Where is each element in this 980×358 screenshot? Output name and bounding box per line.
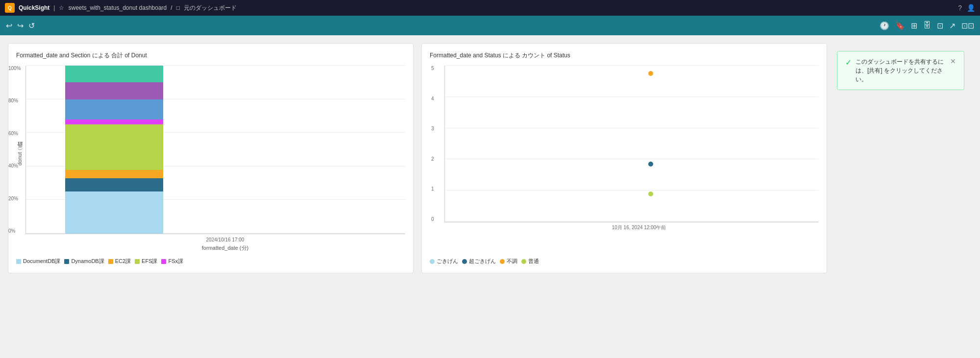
scatter-y-0: 0 bbox=[431, 216, 434, 222]
share-icon[interactable]: ↗ bbox=[949, 21, 956, 30]
y-tick-80: 80% bbox=[8, 98, 21, 103]
notification-close-button[interactable]: ✕ bbox=[950, 57, 956, 65]
legend-dot-fucho bbox=[500, 259, 505, 264]
y-tick-20: 20% bbox=[8, 196, 21, 201]
schedule-icon[interactable]: 🕐 bbox=[880, 21, 889, 30]
scatter-y-3: 3 bbox=[431, 126, 434, 131]
legend-item-documentdb: DocumentDB課 bbox=[16, 258, 60, 265]
chart-card-1: Formatted_date and Section による 合計 of Don… bbox=[8, 43, 414, 273]
legend-item-fsx: FSx課 bbox=[161, 258, 183, 265]
scatter-dot-cho-gokigen bbox=[648, 162, 653, 167]
bar-segment-b1 bbox=[65, 99, 163, 119]
refresh-button[interactable]: ↺ bbox=[28, 21, 35, 30]
scatter-y-5: 5 bbox=[431, 66, 434, 71]
bar-segment-b2 bbox=[65, 82, 163, 99]
notification-toast: ✓ このダッシュボードを共有するには、[共有] をクリックしてください。 ✕ bbox=[837, 51, 964, 90]
legend-label-fucho: 不調 bbox=[507, 258, 517, 265]
bar-segment-dynamodb bbox=[65, 178, 163, 191]
y-tick-40: 40% bbox=[8, 163, 21, 168]
toolbar: ↩ ↪ ↺ 🕐 🔖 ⊞ 🗄 ⊡ ↗ ⊡⊡ bbox=[0, 16, 980, 35]
scatter-y-4: 4 bbox=[431, 96, 434, 101]
y-tick-100: 100% bbox=[8, 66, 21, 71]
undo-button[interactable]: ↩ bbox=[6, 21, 12, 30]
user-icon[interactable]: 👤 bbox=[967, 4, 975, 12]
legend-label-cho-gokigen: 超ごきげん bbox=[469, 258, 496, 265]
x-axis-area: 2024/10/16 17:00 formatted_date (分) bbox=[45, 236, 405, 252]
main-content: Formatted_date and Section による 合計 of Don… bbox=[0, 35, 980, 281]
scatter-y-ticks: 0 1 2 3 4 5 bbox=[431, 66, 434, 222]
app-logo: Q bbox=[5, 3, 15, 13]
scatter-y-2: 2 bbox=[431, 156, 434, 162]
legend-item-dynamodb: DynamoDB課 bbox=[64, 258, 104, 265]
legend-dot-cho-gokigen bbox=[462, 259, 467, 264]
legend-dot-ec2 bbox=[108, 259, 113, 264]
bookmark-icon[interactable]: 🔖 bbox=[895, 21, 905, 30]
legend-dot-documentdb bbox=[16, 259, 21, 264]
chart-card-2: Formatted_date and Status による カウント of St… bbox=[421, 43, 827, 273]
chart1-x-date: 2024/10/16 17:00 bbox=[45, 237, 405, 242]
embed-icon[interactable]: ⊡ bbox=[937, 21, 943, 30]
legend-item-efs: EFS課 bbox=[135, 258, 157, 265]
redo-button[interactable]: ↪ bbox=[17, 21, 24, 30]
chart1-title: Formatted_date and Section による 合計 of Don… bbox=[16, 51, 405, 60]
right-panel: ✓ このダッシュボードを共有するには、[共有] をクリックしてください。 ✕ bbox=[835, 43, 972, 273]
scatter-y-1: 1 bbox=[431, 186, 434, 191]
scatter-grid-5 bbox=[445, 65, 819, 66]
breadcrumb-dashboard: sweets_with_status_donut dashboard bbox=[68, 4, 167, 11]
topbar-actions: ? 👤 bbox=[958, 4, 975, 12]
legend-item-fucho: 不調 bbox=[500, 258, 517, 265]
bar-chart-inner: 0% 20% 40% 60% 80% 100% bbox=[25, 66, 405, 252]
legend-dot-dynamodb bbox=[64, 259, 69, 264]
scatter-x-area: 10月 16, 2024 12:00午前 bbox=[444, 224, 819, 231]
more-icon[interactable]: ⊡⊡ bbox=[961, 21, 974, 30]
legend-label-futsuu: 普通 bbox=[528, 258, 539, 265]
breadcrumb-source[interactable]: 元のダッシュボード bbox=[184, 4, 237, 12]
legend-label-fsx: FSx課 bbox=[168, 258, 183, 265]
export-icon[interactable]: 🗄 bbox=[923, 21, 931, 30]
layout-icon[interactable]: ⊞ bbox=[911, 21, 917, 30]
breadcrumb-separator1: | bbox=[53, 4, 55, 11]
bar-chart-container: donut（合計） 0% 20% 40% 60% 80% 100% bbox=[16, 66, 405, 252]
scatter-chart-container: 0 1 2 3 4 5 bbox=[430, 66, 819, 252]
chart2-x-date: 10月 16, 2024 12:00午前 bbox=[459, 224, 819, 231]
legend-label-ec2: EC2課 bbox=[115, 258, 131, 265]
scatter-dot-fucho bbox=[648, 71, 653, 76]
bar-segment-ec2 bbox=[65, 170, 163, 178]
breadcrumb-icon: □ bbox=[176, 4, 180, 11]
legend-label-dynamodb: DynamoDB課 bbox=[71, 258, 104, 265]
legend-dot-fsx bbox=[161, 259, 166, 264]
y-tick-60: 60% bbox=[8, 131, 21, 136]
scatter-grid-4 bbox=[445, 96, 819, 97]
chart2-legend: ごきげん 超ごきげん 不調 普通 bbox=[430, 258, 819, 265]
legend-item-cho-gokigen: 超ごきげん bbox=[462, 258, 496, 265]
scatter-grid-3 bbox=[445, 128, 819, 128]
legend-label-efs: EFS課 bbox=[142, 258, 157, 265]
app-name: QuickSight bbox=[19, 4, 49, 11]
bar-segment-b3 bbox=[65, 66, 163, 82]
chart1-x-label: formatted_date (分) bbox=[45, 244, 405, 252]
stacked-bar bbox=[65, 66, 163, 234]
bar-chart-plot: 0% 20% 40% 60% 80% 100% bbox=[25, 66, 405, 234]
legend-dot-efs bbox=[135, 259, 140, 264]
help-icon[interactable]: ? bbox=[958, 4, 962, 12]
chart1-legend: DocumentDB課 DynamoDB課 EC2課 EFS課 FSx課 bbox=[16, 258, 405, 265]
notification-text: このダッシュボードを共有するには、[共有] をクリックしてください。 bbox=[856, 57, 946, 84]
y-ticks: 0% 20% 40% 60% 80% 100% bbox=[8, 66, 21, 234]
legend-label-gokigen: ごきげん bbox=[437, 258, 458, 265]
scatter-grid-1 bbox=[445, 190, 819, 191]
scatter-dot-futsuu bbox=[648, 191, 653, 196]
scatter-plot: 0 1 2 3 4 5 bbox=[444, 66, 819, 222]
topbar: Q QuickSight | ☆ sweets_with_status_donu… bbox=[0, 0, 980, 16]
notification-check-icon: ✓ bbox=[845, 58, 852, 67]
y-tick-0: 0% bbox=[8, 228, 21, 234]
legend-label-documentdb: DocumentDB課 bbox=[23, 258, 60, 265]
toolbar-right-actions: 🕐 🔖 ⊞ 🗄 ⊡ ↗ ⊡⊡ bbox=[880, 21, 974, 30]
breadcrumb-separator2: / bbox=[171, 4, 172, 11]
legend-dot-futsuu bbox=[521, 259, 526, 264]
bar-segment-fsx bbox=[65, 119, 163, 124]
legend-item-ec2: EC2課 bbox=[108, 258, 131, 265]
scatter-grid-0 bbox=[445, 221, 819, 222]
breadcrumb-star[interactable]: ☆ bbox=[59, 4, 64, 11]
legend-dot-gokigen bbox=[430, 259, 435, 264]
bar-segment-documentdb bbox=[65, 191, 163, 234]
